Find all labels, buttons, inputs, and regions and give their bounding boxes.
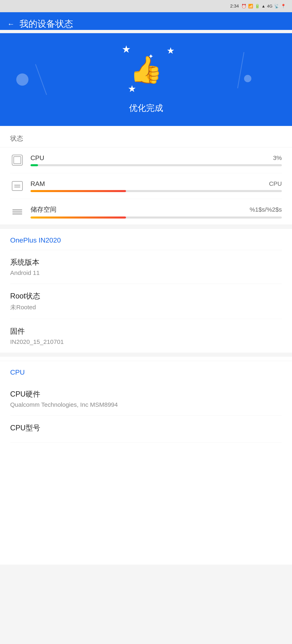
location-icon: 📍 [281,4,286,8]
status-items-list: CPU 3% RAM CP [0,147,292,225]
section-divider-1 [0,225,292,229]
firmware-label: 固件 [10,326,282,336]
star-icon-2: ★ [167,46,174,56]
hero-line-left [35,64,47,95]
hero-circle-left [16,74,28,86]
cpu-section-title: CPU [10,361,282,382]
status-icons: ⏰ 📶 🔋 ▲ 4G 📡 📍 [241,4,286,8]
info-item-firmware: 固件 IN2020_15_210701 [10,319,282,352]
cpu-item-content: CPU 3% [30,154,282,166]
cpu-icon [12,155,23,166]
hero-illustration: ★ ★ ✦ 👍 ★ [116,41,177,98]
section-divider-2 [0,352,292,357]
alarm-icon: ⏰ [241,4,247,8]
ram-icon [12,181,23,191]
ram-icon-container [10,179,24,193]
system-version-label: 系统版本 [10,258,282,267]
root-status-value: 未Rooted [10,303,282,312]
storage-value: %1$s/%2$s [250,206,282,213]
cpu-icon-container [10,153,24,167]
info-item-cpu-model: CPU型号 [10,416,282,442]
signal-4g-icon: 4G [267,4,273,8]
info-item-root-status: Root状态 未Rooted [10,284,282,319]
cpu-hardware-label: CPU硬件 [10,389,282,399]
ram-value: CPU [269,180,282,187]
root-status-label: Root状态 [10,291,282,301]
status-item-ram: RAM CPU [10,173,282,199]
cpu-value: 3% [273,154,282,161]
wifi-icon: ▲ [262,4,266,8]
info-item-system-version: 系统版本 Android 11 [10,250,282,284]
firmware-value: IN2020_15_210701 [10,338,282,345]
header: ← 我的设备状态 [0,12,292,30]
status-bar-time: 2:34 [230,4,239,9]
cpu-section: CPU CPU硬件 Qualcomm Technologies, Inc MSM… [0,361,292,565]
hero-completion-text: 优化完成 [129,102,163,114]
back-button[interactable]: ← [7,20,15,28]
storage-icon-container [10,205,24,219]
ram-item-header: RAM CPU [30,180,282,188]
storage-icon [12,210,22,214]
ram-progress-fill [30,190,126,192]
ram-progress-bg [30,190,282,192]
device-section: OnePlus IN2020 系统版本 Android 11 Root状态 未R… [0,229,292,352]
status-bar: 2:34 ⏰ 📶 🔋 ▲ 4G 📡 📍 [0,0,292,12]
page-title: 我的设备状态 [19,18,73,30]
storage-label: 储存空间 [30,205,56,214]
ram-item-content: RAM CPU [30,180,282,192]
device-section-title: OnePlus IN2020 [10,229,282,250]
battery-saver-icon: 🔋 [255,4,260,8]
main-content: 状态 CPU 3% [0,126,292,565]
storage-item-header: 储存空间 %1$s/%2$s [30,205,282,214]
star-icon-1: ★ [122,43,131,55]
ram-label: RAM [30,180,45,188]
page-bottom-spacer [10,442,282,565]
storage-progress-fill [30,216,126,218]
info-item-cpu-hardware: CPU硬件 Qualcomm Technologies, Inc MSM8994 [10,382,282,416]
hero-section: ★ ★ ✦ 👍 ★ 优化完成 [0,33,292,126]
cpu-progress-bg [30,164,282,166]
signal-icon: 📡 [274,4,279,8]
cpu-progress-fill [30,164,38,166]
hero-line-right [237,52,244,88]
storage-progress-bg [30,216,282,218]
system-version-value: Android 11 [10,270,282,276]
status-item-cpu: CPU 3% [10,147,282,173]
cpu-item-header: CPU 3% [30,154,282,162]
section-header-status: 状态 [0,126,292,147]
status-item-storage: 储存空间 %1$s/%2$s [10,199,282,225]
sim-icon: 📶 [248,4,253,8]
cpu-model-label: CPU型号 [10,423,282,433]
header-top: ← 我的设备状态 [7,18,285,30]
hero-circle-right [244,75,251,82]
storage-item-content: 储存空间 %1$s/%2$s [30,205,282,218]
cpu-label: CPU [30,154,44,162]
cpu-hardware-value: Qualcomm Technologies, Inc MSM8994 [10,401,282,408]
thumbs-up-icon: 👍 [130,54,162,85]
